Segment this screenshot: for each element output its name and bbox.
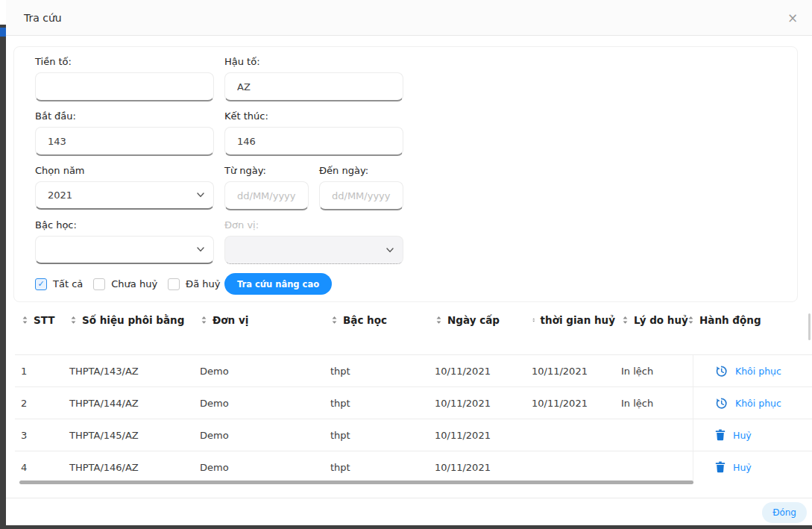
start-input[interactable]: [35, 127, 214, 156]
suffix-input[interactable]: [224, 72, 403, 101]
action-label: Khôi phục: [735, 366, 781, 377]
checkbox-cancelled[interactable]: ✓ Đã huỷ: [168, 278, 230, 290]
filter-checkbox-row: ✓ Tất cả ✓ Chưa huỷ ✓ Đã huỷ Tra cứu nân…: [35, 273, 797, 295]
end-input[interactable]: [224, 127, 403, 156]
start-label: Bắt đầu:: [35, 110, 214, 122]
column-header[interactable]: STT: [15, 302, 63, 354]
table-body: 1THPTA/143/AZDemothpt10/11/202110/11/202…: [15, 354, 812, 483]
prefix-label: Tiền tố:: [35, 56, 214, 68]
start-field-group: Bắt đầu:: [35, 110, 214, 156]
chevron-down-icon: [197, 247, 204, 252]
background-page-bottom-edge: [0, 525, 812, 529]
year-select-value: 2021: [48, 190, 72, 201]
chevron-down-icon: [386, 248, 394, 253]
column-header-label: Hành động: [699, 314, 761, 326]
sort-icon: [621, 316, 629, 325]
to-date-input[interactable]: [319, 181, 403, 210]
checkbox-all-box[interactable]: ✓: [35, 278, 47, 290]
column-header[interactable]: Bậc học: [324, 302, 429, 354]
sort-icon: [435, 316, 443, 325]
level-field-group: Bậc học:: [35, 219, 214, 264]
cell-thoi-gian-huy: [526, 451, 615, 483]
background-page-edge: [0, 25, 6, 525]
trash-icon: [715, 461, 726, 473]
table-row: 2THPTA/144/AZDemothpt10/11/202110/11/202…: [15, 386, 812, 419]
table-row: 1THPTA/143/AZDemothpt10/11/202110/11/202…: [15, 354, 812, 386]
unit-select: [224, 236, 403, 264]
cell-ly-do-huy: [615, 419, 693, 451]
column-header[interactable]: Hành động: [693, 302, 812, 354]
trash-icon: [715, 429, 726, 441]
cell-so-hieu: THPTA/146/AZ: [63, 451, 194, 483]
checkbox-cancelled-box[interactable]: ✓: [168, 278, 180, 290]
cancel-action[interactable]: Huỷ: [715, 461, 752, 473]
cell-thoi-gian-huy: 10/11/2021: [526, 387, 615, 419]
cell-don-vi: Demo: [194, 355, 324, 386]
cell-so-hieu: THPTA/143/AZ: [63, 355, 194, 386]
close-button[interactable]: Đóng: [762, 502, 807, 523]
checkbox-not-cancelled-label: Chưa huỷ: [111, 278, 157, 289]
restore-action[interactable]: Khôi phục: [715, 397, 781, 410]
column-header-label: STT: [34, 314, 54, 326]
lookup-modal-screen: Tra cứu × Tiền tố: Hậu tố: Bắ: [0, 0, 812, 529]
suffix-label: Hậu tố:: [224, 56, 403, 68]
history-icon: [715, 365, 728, 378]
from-date-field-group: Từ ngày:: [224, 165, 309, 210]
column-header-label: Số hiệu phôi bằng: [82, 314, 184, 326]
cell-action: Khôi phục: [693, 355, 812, 386]
prefix-field-group: Tiền tố:: [35, 56, 214, 101]
sort-icon: [21, 316, 29, 325]
checkbox-cancelled-label: Đã huỷ: [186, 278, 220, 289]
advanced-search-button[interactable]: Tra cứu nâng cao: [224, 273, 332, 295]
column-header[interactable]: Số hiệu phôi bằng: [63, 302, 194, 354]
sort-icon: [330, 316, 339, 325]
column-header-label: Lý do huỷ: [634, 314, 688, 326]
modal-title: Tra cứu: [24, 12, 62, 24]
cell-bac-hoc: thpt: [324, 419, 429, 451]
cell-bac-hoc: thpt: [324, 355, 429, 386]
modal-footer: Đóng: [6, 498, 812, 525]
cell-ly-do-huy: In lệch: [615, 387, 693, 419]
sort-icon: [69, 316, 78, 325]
results-table: STTSố hiệu phôi bằngĐơn vịBậc họcNgày cấ…: [15, 302, 812, 483]
from-date-input[interactable]: [224, 181, 309, 210]
cell-ly-do-huy: In lệch: [615, 355, 693, 386]
checkbox-not-cancelled[interactable]: ✓ Chưa huỷ: [93, 278, 168, 290]
sort-icon: [200, 316, 208, 325]
history-icon: [715, 397, 728, 410]
cancel-action[interactable]: Huỷ: [715, 429, 752, 441]
cell-action: Huỷ: [693, 451, 812, 483]
cell-bac-hoc: thpt: [324, 451, 429, 483]
vertical-scrollbar[interactable]: [808, 313, 811, 340]
cell-stt: 3: [15, 419, 63, 451]
column-header-label: Ngày cấp: [447, 314, 500, 326]
cell-ly-do-huy: [615, 451, 693, 483]
column-header[interactable]: Đơn vị: [194, 302, 324, 354]
column-header[interactable]: Ngày cấp: [429, 302, 526, 354]
year-select[interactable]: 2021: [35, 181, 214, 210]
table-header: STTSố hiệu phôi bằngĐơn vịBậc họcNgày cấ…: [15, 302, 812, 354]
checkbox-not-cancelled-box[interactable]: ✓: [93, 278, 105, 290]
close-icon[interactable]: ×: [785, 10, 800, 25]
table-row: 3THPTA/145/AZDemothpt10/11/2021Huỷ: [15, 419, 812, 451]
prefix-input[interactable]: [35, 72, 214, 101]
checkbox-all-label: Tất cả: [53, 278, 83, 289]
lookup-modal: Tra cứu × Tiền tố: Hậu tố: Bắ: [6, 0, 812, 525]
column-header[interactable]: thời gian huỷ: [526, 302, 615, 354]
cell-don-vi: Demo: [194, 419, 324, 451]
modal-body: Tiền tố: Hậu tố: Bắt đầu: Kết thúc:: [6, 36, 812, 498]
checkbox-all[interactable]: ✓ Tất cả: [35, 278, 93, 290]
cell-ngay-cap: 10/11/2021: [429, 355, 526, 386]
restore-action[interactable]: Khôi phục: [715, 365, 781, 378]
cell-ngay-cap: 10/11/2021: [429, 451, 526, 483]
chevron-down-icon: [197, 192, 204, 198]
end-label: Kết thúc:: [224, 110, 403, 122]
horizontal-scrollbar[interactable]: [19, 481, 693, 484]
level-select[interactable]: [35, 236, 214, 264]
cell-so-hieu: THPTA/145/AZ: [63, 419, 194, 451]
cell-thoi-gian-huy: [526, 419, 615, 451]
action-label: Huỷ: [733, 462, 752, 473]
column-header[interactable]: Lý do huỷ: [615, 302, 693, 354]
year-label: Chọn năm: [35, 165, 214, 177]
cell-thoi-gian-huy: 10/11/2021: [526, 355, 615, 386]
